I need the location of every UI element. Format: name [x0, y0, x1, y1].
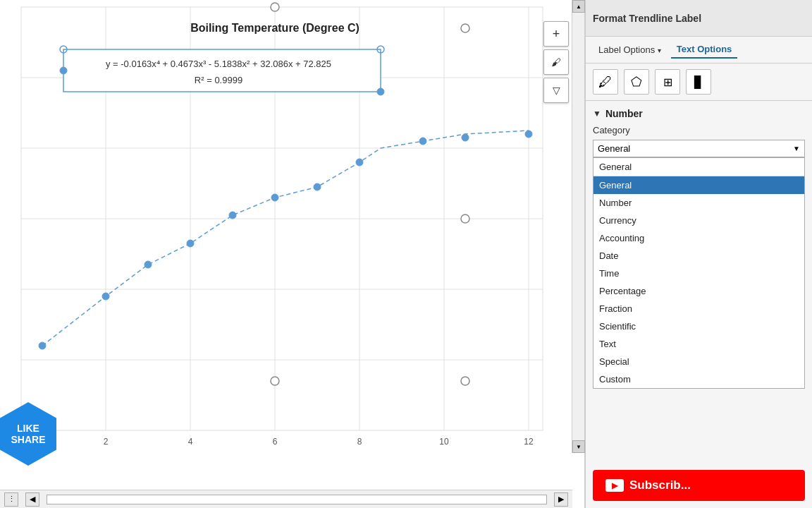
panel-body: ▼ Number Category General ▼ GeneralGener…: [586, 101, 812, 463]
like-label: LIKE: [17, 423, 39, 434]
category-input-value: General: [598, 143, 630, 154]
subscribe-area: ▶ Subscrib...: [586, 463, 812, 508]
svg-text:6: 6: [273, 437, 278, 447]
pentagon-icon[interactable]: ⬠: [624, 69, 649, 95]
subscribe-label: Subscrib...: [629, 478, 691, 492]
svg-point-19: [144, 261, 152, 268]
svg-point-36: [461, 24, 469, 32]
chart-area: Boiling Temperature (Degree C) y = -0.01…: [0, 0, 585, 508]
chart-title: Boiling Temperature (Degree C): [190, 22, 359, 34]
vertical-scrollbar[interactable]: ▲ ▼: [572, 0, 584, 453]
youtube-icon: ▶: [605, 479, 624, 492]
category-label: Category: [593, 125, 805, 135]
svg-point-38: [271, 377, 279, 385]
category-item-scientific[interactable]: Scientific: [593, 318, 804, 335]
svg-text:2: 2: [104, 437, 109, 447]
category-item-accounting[interactable]: Accounting: [593, 229, 804, 247]
tab-label-options[interactable]: Label Options ▾: [593, 42, 667, 58]
like-share-badge: LIKE SHARE: [0, 402, 56, 466]
paint-brush-button[interactable]: 🖌: [543, 49, 569, 75]
category-item-special[interactable]: Special: [593, 353, 804, 370]
panel-header: Format Trendline Label: [586, 0, 812, 37]
panel-tabs: Label Options ▾ Text Options: [586, 37, 812, 64]
add-element-button[interactable]: +: [543, 21, 569, 47]
right-panel: Format Trendline Label Label Options ▾ T…: [585, 0, 812, 508]
panel-icons-row: 🖊 ⬠ ⊞ ▊: [586, 64, 812, 101]
status-bar: ⋮ ◀ ▶: [0, 490, 572, 508]
category-item-general[interactable]: General: [593, 176, 804, 194]
category-item-number[interactable]: Number: [593, 194, 804, 212]
svg-point-24: [356, 159, 363, 166]
category-item-header[interactable]: General: [593, 158, 804, 176]
svg-point-25: [419, 138, 426, 145]
filter-button[interactable]: ▽: [543, 78, 569, 103]
collapse-triangle-icon[interactable]: ▼: [593, 109, 601, 119]
svg-point-16: [377, 88, 384, 95]
svg-point-22: [271, 194, 278, 201]
scroll-right-icon[interactable]: ▶: [554, 492, 568, 507]
svg-point-35: [271, 3, 279, 11]
share-label: SHARE: [11, 434, 45, 445]
category-dropdown[interactable]: General ▼: [593, 140, 805, 157]
chart-toolbar: + 🖌 ▽: [543, 21, 569, 103]
svg-text:8: 8: [357, 437, 362, 447]
tab-text-options[interactable]: Text Options: [671, 41, 737, 59]
category-item-fraction[interactable]: Fraction: [593, 300, 804, 318]
category-input[interactable]: General ▼: [593, 140, 805, 157]
menu-dots-icon[interactable]: ⋮: [4, 492, 18, 507]
scroll-left-icon[interactable]: ◀: [25, 492, 39, 507]
subscribe-button[interactable]: ▶ Subscrib...: [593, 470, 805, 501]
r-squared-text: R² = 0.9999: [195, 75, 242, 85]
dropdown-arrow-icon: ▼: [793, 145, 800, 152]
equation-text: y = -0.0163x⁴ + 0.4673x³ - 5.1838x² + 32…: [106, 59, 331, 69]
section-title: Number: [605, 108, 643, 119]
svg-point-15: [60, 67, 67, 74]
category-item-date[interactable]: Date: [593, 247, 804, 265]
svg-point-20: [187, 240, 194, 247]
svg-text:10: 10: [439, 437, 449, 447]
horizontal-scrollbar[interactable]: [47, 495, 547, 504]
svg-text:12: 12: [524, 437, 534, 447]
paint-fill-icon[interactable]: 🖊: [593, 69, 618, 95]
chart-svg: Boiling Temperature (Degree C) y = -0.01…: [0, 0, 572, 471]
svg-point-39: [461, 377, 469, 385]
svg-point-21: [229, 212, 236, 219]
category-item-currency[interactable]: Currency: [593, 212, 804, 229]
svg-point-17: [39, 342, 46, 349]
panel-title: Format Trendline Label: [593, 13, 701, 24]
number-section-header: ▼ Number: [593, 108, 805, 119]
svg-point-37: [461, 214, 469, 223]
svg-point-23: [314, 183, 321, 190]
category-item-text[interactable]: Text: [593, 335, 804, 353]
category-item-time[interactable]: Time: [593, 265, 804, 282]
svg-point-26: [462, 134, 469, 141]
svg-rect-12: [63, 49, 381, 92]
category-list: GeneralGeneralNumberCurrencyAccountingDa…: [593, 157, 805, 389]
category-item-percentage[interactable]: Percentage: [593, 282, 804, 300]
svg-point-18: [102, 293, 109, 300]
svg-text:4: 4: [188, 437, 193, 447]
grid-icon[interactable]: ⊞: [655, 69, 680, 95]
bar-chart-icon[interactable]: ▊: [686, 69, 711, 95]
svg-point-27: [525, 131, 532, 138]
category-item-custom[interactable]: Custom: [593, 370, 804, 388]
